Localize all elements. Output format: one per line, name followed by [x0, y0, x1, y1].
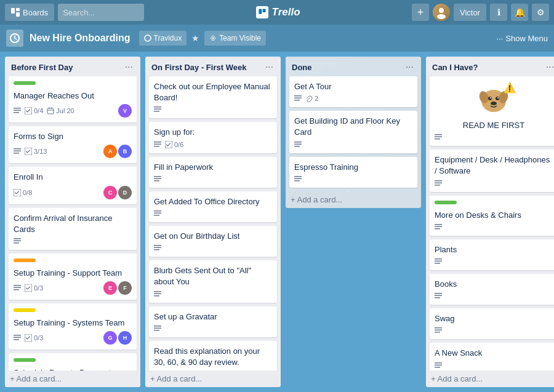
badge-lines	[294, 95, 302, 102]
card-avatars: C D	[103, 186, 132, 199]
card-manager-reaches-out[interactable]: Manager Reaches Out 0/4 Jul 20 V	[9, 76, 137, 122]
card-new-snack[interactable]: A New Snack	[430, 343, 554, 370]
card-title: Swag	[435, 313, 553, 324]
star-button[interactable]: ★	[191, 33, 199, 43]
card-swag[interactable]: Swag	[430, 308, 554, 339]
card-avatars: V	[118, 104, 132, 118]
label-green	[435, 201, 457, 204]
visibility-button[interactable]: Team Visible	[204, 31, 266, 46]
svg-rect-41	[154, 176, 161, 177]
card-forms-to-sign[interactable]: Forms to Sign 3/13 A B	[9, 126, 137, 163]
card-confirm-arrival[interactable]: Confirm Arrival of Insurance Cards	[9, 208, 137, 250]
card-read-me-first[interactable]: ⚠️ READ ME FIRST	[430, 76, 554, 146]
username-button[interactable]: Victor	[454, 4, 486, 21]
svg-point-99	[490, 97, 491, 98]
svg-rect-46	[154, 215, 159, 216]
boards-label: Boards	[23, 8, 48, 17]
card-birthday-list[interactable]: Get on Our Birthday List	[149, 226, 277, 257]
add-card-done[interactable]: + Add a card...	[286, 191, 421, 208]
label-green	[14, 81, 36, 85]
card-enroll-in[interactable]: Enroll In 0/8 C D	[9, 167, 137, 204]
list-menu-before-first-day[interactable]: ···	[124, 62, 134, 73]
badge-checklist: 3/13	[25, 148, 47, 155]
list-menu-on-first-day[interactable]: ···	[264, 62, 275, 73]
card-plants[interactable]: Plants	[430, 239, 554, 270]
badge-lines	[14, 284, 21, 292]
svg-rect-106	[435, 182, 442, 183]
list-menu-can-i-have[interactable]: ···	[545, 62, 554, 73]
svg-rect-110	[435, 228, 440, 230]
show-menu-button[interactable]: ··· Show Menu	[497, 34, 548, 43]
card-title: Blurb Gets Sent Out to "All" about You	[154, 265, 272, 287]
card-espresso-training[interactable]: Espresso Training	[289, 157, 417, 188]
card-sign-up[interactable]: Sign up for: 0/6	[149, 122, 277, 153]
svg-rect-54	[154, 327, 161, 329]
card-setup-training-support[interactable]: Setup Training - Support Team 0/3 E F	[9, 254, 137, 300]
card-title: Plants	[435, 244, 553, 255]
svg-rect-39	[154, 146, 159, 147]
badge-lines	[154, 325, 161, 332]
card-office-directory[interactable]: Get Added To Office Directory	[149, 191, 277, 222]
svg-rect-122	[435, 367, 440, 368]
card-gravatar[interactable]: Set up a Gravatar	[149, 306, 277, 337]
svg-rect-23	[14, 285, 21, 286]
card-avatars: E F	[103, 281, 132, 295]
dog-mascot: ⚠️	[435, 80, 553, 120]
badge-checklist: 0/3	[25, 334, 43, 342]
badge-date: Jul 20	[47, 107, 74, 114]
card-title: Books	[435, 279, 553, 290]
svg-rect-55	[154, 330, 159, 331]
badge-lines	[435, 180, 442, 187]
svg-rect-44	[154, 210, 161, 212]
board-meta: Travidux ★ Team Visible	[139, 31, 266, 46]
list-title-can-i-have: Can I Have?	[432, 63, 545, 72]
card-building-id[interactable]: Get Building ID and Floor Key Card	[289, 111, 417, 153]
done-list-wrapper: Done ··· Get A Tour 2	[286, 57, 421, 208]
list-cards-can-i-have: ⚠️ READ ME FIRST Equipment / Desk / Head…	[426, 76, 554, 370]
card-schedule-remote-payments[interactable]: Schedule Remote Payments	[9, 353, 137, 370]
settings-button[interactable]: ⚙	[532, 4, 549, 21]
card-title: Get Added To Office Directory	[154, 196, 272, 207]
list-menu-done[interactable]: ···	[404, 62, 415, 73]
add-card-on-first-day[interactable]: + Add a card...	[145, 370, 281, 387]
svg-rect-28	[14, 337, 21, 338]
label-green	[14, 358, 36, 362]
svg-rect-89	[294, 143, 302, 145]
badge-lines	[154, 141, 161, 148]
bell-button[interactable]: 🔔	[511, 4, 528, 21]
svg-rect-50	[154, 291, 161, 292]
boards-button[interactable]: Boards	[5, 4, 54, 21]
card-avatar: A	[103, 145, 117, 158]
svg-point-98	[496, 97, 499, 100]
svg-rect-17	[14, 153, 19, 154]
add-card-before-first-day[interactable]: + Add a card...	[5, 370, 140, 387]
card-setup-training-systems[interactable]: Setup Training - Systems Team 0/3 G H	[9, 303, 137, 350]
card-title: A New Snack	[435, 348, 553, 359]
card-avatar: B	[118, 145, 132, 158]
add-card-can-i-have[interactable]: + Add a card...	[426, 370, 554, 387]
card-equipment[interactable]: Equipment / Desk / Headphones / Software	[430, 150, 554, 191]
svg-rect-112	[435, 260, 442, 262]
svg-rect-12	[14, 112, 19, 113]
card-books[interactable]: Books	[430, 274, 554, 305]
card-90-day-review[interactable]: Read this explanation on your 30, 60, & …	[149, 341, 277, 370]
svg-rect-121	[435, 364, 442, 366]
info-button[interactable]: ℹ	[490, 4, 507, 21]
board-content: Before First Day ··· Manager Reaches Out…	[0, 52, 554, 392]
board-icon	[6, 30, 23, 47]
search-input[interactable]	[58, 4, 144, 21]
badge-lines	[14, 334, 21, 342]
svg-rect-120	[435, 362, 442, 364]
user-avatar[interactable]	[433, 4, 450, 21]
card-blurb[interactable]: Blurb Gets Sent Out to "All" about You	[149, 260, 277, 302]
card-fill-paperwork[interactable]: Fill in Paperwork	[149, 157, 277, 188]
card-employee-manual[interactable]: Check out our Employee Manual Board!	[149, 76, 277, 118]
card-meta: 3/13 A B	[14, 145, 132, 158]
workspace-button[interactable]: Travidux	[139, 31, 187, 46]
card-title: Get Building ID and Floor Key Card	[294, 116, 412, 138]
card-get-a-tour[interactable]: Get A Tour 2	[289, 76, 417, 107]
card-desks-chairs[interactable]: More on Desks & Chairs	[430, 196, 554, 236]
svg-rect-115	[435, 295, 442, 297]
card-avatars: A B	[103, 145, 132, 158]
add-button[interactable]: +	[412, 4, 429, 21]
